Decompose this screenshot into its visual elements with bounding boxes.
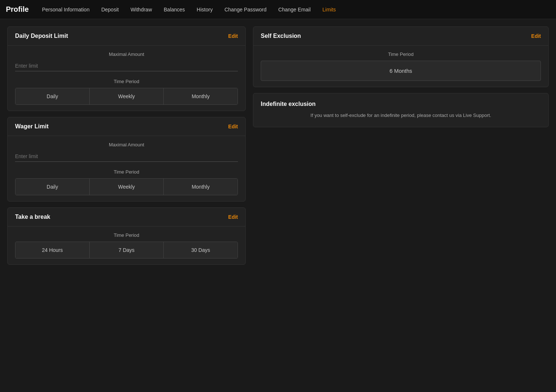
indefinite-exclusion-title: Indefinite exclusion — [261, 101, 541, 107]
daily-deposit-title: Daily Deposit Limit — [15, 33, 68, 39]
take-a-break-edit-button[interactable]: Edit — [228, 214, 238, 220]
wager-limit-header: Wager Limit Edit — [8, 117, 245, 136]
wager-limit-amount-label: Maximal Amount — [15, 142, 238, 147]
wager-limit-time-buttons: Daily Weekly Monthly — [15, 178, 238, 195]
daily-deposit-amount-label: Maximal Amount — [15, 51, 238, 57]
self-exclusion-edit-button[interactable]: Edit — [531, 33, 541, 39]
nav-bar: Profile Personal Information Deposit Wit… — [0, 0, 556, 19]
self-exclusion-card: Self Exclusion Edit Time Period 6 Months — [253, 26, 549, 87]
daily-deposit-header: Daily Deposit Limit Edit — [8, 27, 245, 46]
wager-limit-input[interactable] — [15, 151, 238, 162]
daily-deposit-time-label: Time Period — [15, 79, 238, 84]
take-a-break-24h-btn[interactable]: 24 Hours — [15, 242, 90, 258]
nav-item-change-password[interactable]: Change Password — [220, 4, 271, 15]
nav-item-history[interactable]: History — [192, 4, 217, 15]
nav-items: Personal Information Deposit Withdraw Ba… — [38, 4, 340, 15]
nav-item-change-email[interactable]: Change Email — [274, 4, 315, 15]
wager-limit-monthly-btn[interactable]: Monthly — [164, 179, 238, 195]
indefinite-exclusion-card: Indefinite exclusion If you want to self… — [253, 93, 549, 127]
take-a-break-30days-btn[interactable]: 30 Days — [164, 242, 238, 258]
daily-deposit-input[interactable] — [15, 61, 238, 71]
daily-deposit-daily-btn[interactable]: Daily — [15, 88, 90, 104]
self-exclusion-body: Time Period 6 Months — [253, 46, 548, 87]
self-exclusion-title: Self Exclusion — [261, 33, 301, 39]
wager-limit-daily-btn[interactable]: Daily — [15, 179, 90, 195]
take-a-break-header: Take a break Edit — [8, 208, 245, 227]
daily-deposit-monthly-btn[interactable]: Monthly — [164, 88, 238, 104]
brand-logo: Profile — [6, 5, 29, 14]
take-a-break-time-label: Time Period — [15, 232, 238, 238]
take-a-break-7days-btn[interactable]: 7 Days — [90, 242, 164, 258]
wager-limit-title: Wager Limit — [15, 123, 49, 130]
right-column: Self Exclusion Edit Time Period 6 Months… — [253, 26, 549, 127]
wager-limit-edit-button[interactable]: Edit — [228, 124, 238, 129]
daily-deposit-limit-card: Daily Deposit Limit Edit Maximal Amount … — [7, 26, 246, 111]
take-a-break-time-buttons: 24 Hours 7 Days 30 Days — [15, 242, 238, 259]
wager-limit-card: Wager Limit Edit Maximal Amount Time Per… — [7, 117, 246, 202]
main-content: Daily Deposit Limit Edit Maximal Amount … — [0, 19, 556, 272]
nav-item-balances[interactable]: Balances — [159, 4, 189, 15]
self-exclusion-time-label: Time Period — [261, 51, 541, 57]
daily-deposit-edit-button[interactable]: Edit — [228, 33, 238, 39]
wager-limit-time-label: Time Period — [15, 169, 238, 175]
self-exclusion-header: Self Exclusion Edit — [253, 27, 548, 46]
take-a-break-card: Take a break Edit Time Period 24 Hours 7… — [7, 207, 246, 265]
nav-item-personal-information[interactable]: Personal Information — [38, 4, 94, 15]
take-a-break-title: Take a break — [15, 214, 50, 220]
take-a-break-body: Time Period 24 Hours 7 Days 30 Days — [8, 227, 245, 264]
daily-deposit-body: Maximal Amount Time Period Daily Weekly … — [8, 46, 245, 111]
wager-limit-weekly-btn[interactable]: Weekly — [90, 179, 164, 195]
daily-deposit-time-buttons: Daily Weekly Monthly — [15, 88, 238, 105]
nav-item-limits[interactable]: Limits — [318, 4, 341, 15]
self-exclusion-period-select[interactable]: 6 Months — [261, 61, 541, 81]
left-column: Daily Deposit Limit Edit Maximal Amount … — [7, 26, 246, 265]
indefinite-exclusion-description: If you want to self-exclude for an indef… — [261, 112, 541, 120]
daily-deposit-weekly-btn[interactable]: Weekly — [90, 88, 164, 104]
nav-item-deposit[interactable]: Deposit — [97, 4, 123, 15]
nav-item-withdraw[interactable]: Withdraw — [126, 4, 156, 15]
wager-limit-body: Maximal Amount Time Period Daily Weekly … — [8, 136, 245, 201]
